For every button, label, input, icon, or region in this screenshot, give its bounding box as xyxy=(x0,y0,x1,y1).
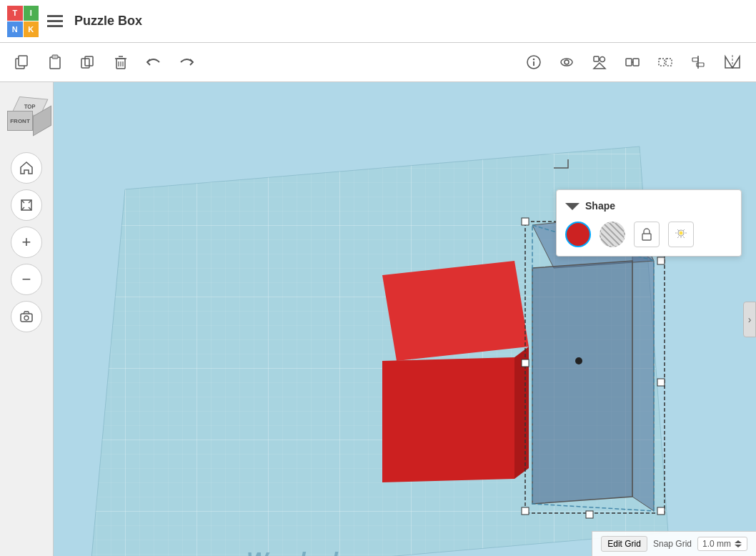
svg-rect-1 xyxy=(47,20,63,22)
snap-value-control[interactable]: 1.0 mm xyxy=(697,537,747,551)
cube-front-face: FRONT xyxy=(7,111,33,131)
view-cube[interactable]: TOP FRONT xyxy=(0,89,55,147)
solid-shape-option[interactable] xyxy=(565,222,591,247)
right-panel-toggle[interactable]: › xyxy=(743,302,756,337)
cube-top-label: TOP xyxy=(24,103,36,109)
blue-shape-right[interactable] xyxy=(632,247,654,511)
shape-panel-icons xyxy=(565,222,732,247)
svg-rect-0 xyxy=(47,15,63,17)
logo: T I N K xyxy=(7,6,39,37)
canvas-area[interactable]: Workplane xyxy=(54,82,756,556)
bottom-status-bar: Edit Grid Snap Grid 1.0 mm xyxy=(592,531,756,556)
svg-rect-45 xyxy=(642,234,651,240)
logo-i: I xyxy=(24,6,39,21)
light-button[interactable] xyxy=(668,222,694,247)
handle-ml[interactable] xyxy=(522,359,529,367)
fit-view-button[interactable] xyxy=(11,189,42,221)
minus-icon: − xyxy=(22,272,31,287)
handle-center[interactable] xyxy=(575,357,582,364)
workplane-label: Workplane xyxy=(247,547,389,556)
visibility-button[interactable] xyxy=(552,49,582,76)
svg-marker-48 xyxy=(735,540,742,543)
paste-button[interactable] xyxy=(40,49,70,76)
svg-marker-49 xyxy=(735,545,742,547)
svg-rect-24 xyxy=(633,59,639,66)
shape-panel: Shape xyxy=(556,189,742,257)
edit-grid-button[interactable]: Edit Grid xyxy=(601,536,647,552)
shape-panel-header: Shape xyxy=(565,199,732,213)
svg-rect-29 xyxy=(692,58,698,61)
zoom-out-button[interactable]: − xyxy=(11,264,42,295)
snap-grid-label: Snap Grid xyxy=(653,539,692,549)
home-view-button[interactable] xyxy=(11,152,42,184)
handle-bm[interactable] xyxy=(586,511,593,518)
shape-panel-toggle[interactable] xyxy=(565,199,580,213)
project-title: Puzzle Box xyxy=(74,14,142,29)
blue-shape-front[interactable] xyxy=(532,261,632,504)
svg-rect-27 xyxy=(666,59,672,66)
top-bar: T I N K Puzzle Box xyxy=(0,0,756,43)
ungroup-button[interactable] xyxy=(650,49,680,76)
svg-marker-32 xyxy=(732,56,740,68)
svg-rect-2 xyxy=(47,25,63,27)
svg-rect-26 xyxy=(659,59,665,66)
main-area: TOP FRONT + − xyxy=(0,82,756,556)
handle-tl[interactable] xyxy=(522,218,529,225)
delete-button[interactable] xyxy=(106,49,136,76)
logo-n: N xyxy=(7,21,23,37)
camera-button[interactable] xyxy=(11,301,42,332)
shape-panel-title: Shape xyxy=(585,200,615,212)
undo-button[interactable] xyxy=(139,49,169,76)
stepper-arrows-icon xyxy=(734,540,742,548)
handle-bl[interactable] xyxy=(522,507,529,515)
svg-point-21 xyxy=(600,57,605,62)
mirror-button[interactable] xyxy=(716,49,749,76)
shapes-button[interactable] xyxy=(585,49,615,76)
handle-br[interactable] xyxy=(657,507,665,515)
svg-marker-22 xyxy=(594,63,605,69)
toolbar xyxy=(0,43,756,82)
svg-rect-20 xyxy=(594,56,599,61)
svg-rect-4 xyxy=(19,56,27,66)
hole-shape-option[interactable] xyxy=(600,222,625,247)
menu-button[interactable] xyxy=(44,12,66,31)
logo-k: K xyxy=(24,21,39,37)
align-button[interactable] xyxy=(683,49,713,76)
zoom-in-button[interactable]: + xyxy=(11,227,42,258)
cube-front-label: FRONT xyxy=(10,118,30,124)
red-box-front[interactable] xyxy=(382,357,514,482)
svg-point-19 xyxy=(564,60,569,64)
svg-rect-23 xyxy=(626,59,632,66)
svg-marker-31 xyxy=(725,56,732,68)
left-panel: TOP FRONT + − xyxy=(0,82,54,556)
red-box-top[interactable] xyxy=(382,261,529,361)
group-button[interactable] xyxy=(617,49,647,76)
handle-tr[interactable] xyxy=(657,257,665,264)
logo-t: T xyxy=(7,6,23,21)
handle-mr[interactable] xyxy=(657,379,665,386)
duplicate-button[interactable] xyxy=(73,49,103,76)
copy-button[interactable] xyxy=(7,49,37,76)
snap-value-text: 1.0 mm xyxy=(702,539,731,549)
notes-button[interactable] xyxy=(519,49,549,76)
redo-button[interactable] xyxy=(171,49,202,76)
svg-rect-6 xyxy=(52,55,58,59)
chevron-right-icon: › xyxy=(748,314,752,325)
lock-button[interactable] xyxy=(634,222,660,247)
svg-point-40 xyxy=(24,316,29,320)
svg-point-47 xyxy=(680,232,683,235)
plus-icon: + xyxy=(22,234,31,250)
